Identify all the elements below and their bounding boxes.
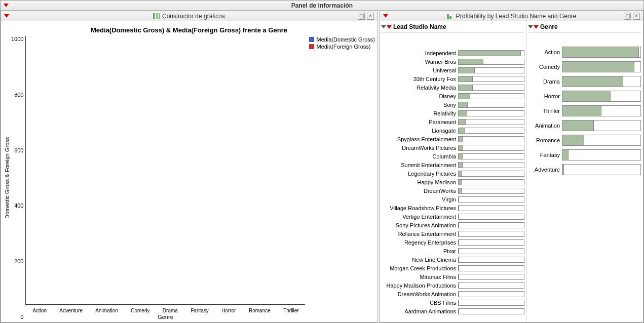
hbar [562,135,584,145]
hbar [459,85,473,90]
hbar [459,223,459,228]
hbar-wrap [458,188,524,194]
row-label: Pixar [382,248,458,254]
list-item: Independent [382,49,524,57]
row-label: Independent [382,50,458,56]
list-item: DreamWorks Pictures [382,143,524,152]
x-tick: Animation [95,308,118,313]
list-item: Lionsgate [382,126,524,135]
x-tick-labels: ActionAdventureAnimationComedyDramaFanta… [26,308,305,313]
hbar-wrap [458,76,524,82]
row-label: Sony [382,102,458,108]
hbar [459,76,473,82]
y-tick: 0 [20,314,23,320]
profitability-panel: Profitability by Lead Studio Name and Ge… [380,11,643,322]
hbar-wrap [458,128,524,134]
close-button-right[interactable]: × [633,13,640,20]
left-panel-menu-icon[interactable] [4,14,9,18]
list-item: Animation [529,118,641,133]
list-item: New Line Cinema [382,255,524,264]
list-item: Reliance Entertainment [382,229,524,238]
row-label: Village Roadshow Pictures [382,205,458,211]
hbar [459,180,462,185]
hbar-wrap [458,136,524,142]
row-label: Relativity Media [382,85,458,91]
list-item: Paramount [382,117,524,126]
list-item: Romance [529,133,641,147]
profitability-body: Lead Studio Name IndependentWarner BrosU… [380,21,643,322]
row-label: Spyglass Entertainment [382,136,458,142]
studio-menu-icon[interactable] [387,25,392,29]
row-label: New Line Cinema [382,257,458,263]
row-label: Reliance Entertainment [382,231,458,237]
hbar-wrap [458,308,524,314]
menu-dropdown-icon[interactable] [4,4,9,7]
hbar [459,214,459,219]
row-label: DreamWorks Pictures [382,145,458,151]
hbar [562,62,634,72]
x-tick: Drama [163,308,178,313]
row-label: Action [529,49,562,55]
hbar-wrap [458,282,524,289]
hbar-wrap [458,119,524,125]
list-item: DreamWorks [382,186,524,195]
hbar [459,145,463,150]
right-panel-title: Profitability by Lead Studio Name and Ge… [456,13,576,20]
hbar-wrap [562,61,641,72]
chart-builder-panel: Constructor de gráficos ▢ × Media(Domest… [1,11,377,322]
left-panel-title: Constructor de gráficos [162,13,225,20]
hbar-wrap [562,135,641,146]
row-label: Animation [529,123,562,129]
studio-subpanel: Lead Studio Name IndependentWarner BrosU… [380,21,527,322]
row-label: Paramount [382,119,458,125]
list-item: Sony Pictures Animation [382,221,524,229]
hbar-wrap [562,149,641,160]
hbar-wrap [458,248,524,254]
hbar-wrap [458,145,524,151]
y-tick: 1000 [11,36,23,42]
hbar [459,163,463,168]
main-window: Panel de información Constructor de gráf… [0,0,644,323]
hbar-wrap [458,274,524,280]
row-label: Warner Bros [382,59,458,65]
row-label: Miramax Films [382,274,458,280]
hbar [459,59,483,64]
row-label: Virgin [382,196,458,203]
hbar-wrap [458,231,524,237]
hbar [459,283,459,288]
maximize-button-right[interactable]: ▢ [624,13,631,20]
body-row: Constructor de gráficos ▢ × Media(Domest… [1,11,643,322]
hbar [562,47,639,57]
disclosure-icon[interactable] [381,25,386,28]
x-tick: Romance [249,308,271,313]
maximize-button[interactable]: ▢ [358,13,365,20]
list-item: Spyglass Entertainment [382,135,524,143]
hbar [459,188,462,193]
list-item: Pixar [382,247,524,255]
disclosure-icon-genre[interactable] [528,25,533,28]
chart-builder-header: Constructor de gráficos ▢ × [1,11,377,21]
chart-builder-body: Media(Domestic Gross) & Media(Foreign Gr… [1,21,377,322]
row-label: CBS Films [382,300,458,306]
row-label: Disney [382,93,458,99]
list-item: Action [529,45,641,59]
profitability-header: Profitability by Lead Studio Name and Ge… [380,11,643,21]
right-panel-menu-icon[interactable] [383,14,388,18]
hbar [459,102,468,107]
hbar-wrap [458,205,524,211]
hbar-wrap [458,257,524,263]
row-label: Aardman Animations [382,308,458,314]
row-label: Columbia [382,153,458,159]
hbar-wrap [458,196,524,203]
x-tick: Fantasy [191,308,209,313]
hbar [459,119,466,125]
genre-menu-icon[interactable] [534,25,539,29]
hbar-wrap [458,162,524,168]
list-item: Disney [382,92,524,100]
x-tick: Comedy [131,308,149,313]
hbar [459,292,459,297]
row-label: Romance [529,137,562,143]
close-button[interactable]: × [367,13,374,20]
row-label: Regency Enterprises [382,239,458,246]
row-label: Happy Madison Productions [382,282,458,289]
